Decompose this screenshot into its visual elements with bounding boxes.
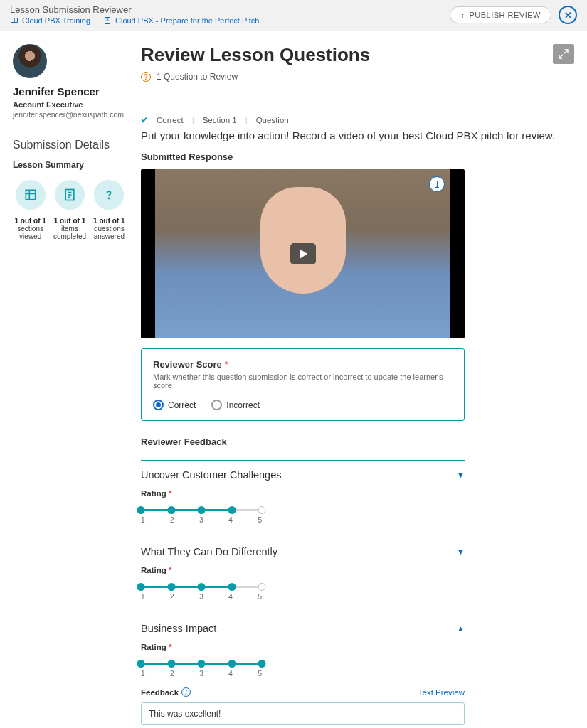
submitted-response-heading: Submitted Response: [141, 151, 574, 162]
required-marker: *: [224, 359, 228, 370]
stat-questions: 1 out of 1 questions answered: [92, 180, 127, 240]
chevron-up-icon: ▲: [457, 624, 465, 633]
rating-dot[interactable]: [228, 583, 236, 591]
rating-dot[interactable]: [228, 660, 236, 668]
stat-sections: 1 out of 1 sections viewed: [13, 180, 48, 240]
learner-email: jennifer.spencer@nexuspath.com: [13, 110, 127, 119]
tick-label: 1: [141, 516, 145, 524]
divider: [141, 102, 574, 102]
close-icon: ✕: [564, 10, 572, 21]
svg-rect-1: [26, 190, 35, 199]
rating-dot[interactable]: [137, 583, 145, 591]
feedback-section-header[interactable]: Uncover Customer Challenges▼: [141, 469, 465, 481]
stat-label: questions: [92, 225, 127, 232]
stat-value: 1 out of 1: [92, 217, 127, 225]
tick-label: 2: [170, 516, 174, 524]
stat-label: viewed: [13, 232, 48, 240]
radio-label: Incorrect: [226, 400, 260, 410]
score-title: Reviewer Score: [153, 359, 222, 370]
rating-dot[interactable]: [198, 660, 206, 668]
section-title: Uncover Customer Challenges: [141, 469, 281, 481]
score-description: Mark whether this question submission is…: [153, 373, 453, 390]
expand-button[interactable]: [553, 44, 574, 64]
close-button[interactable]: ✕: [559, 6, 577, 24]
rating-dot[interactable]: [258, 583, 266, 591]
rating-dot[interactable]: [137, 660, 145, 668]
feedback-label: Feedback i: [141, 687, 191, 697]
document-icon: [103, 16, 112, 25]
publish-label: PUBLISH REVIEW: [469, 11, 541, 19]
tag-correct: Correct: [157, 116, 184, 124]
tick-label: 5: [258, 516, 262, 524]
items-icon: [63, 188, 77, 202]
question-prompt: Put your knowledge into action! Record a…: [141, 129, 574, 141]
tick-label: 3: [199, 516, 203, 524]
tag-question: Question: [256, 116, 289, 124]
info-icon[interactable]: i: [181, 687, 191, 697]
book-icon: [10, 16, 18, 25]
download-button[interactable]: ⤓: [429, 176, 445, 192]
stats-row: 1 out of 1 sections viewed 1 out of 1 it…: [13, 180, 127, 240]
learner-name: Jennifer Spencer: [13, 85, 127, 97]
breadcrumb-course[interactable]: Cloud PBX Training: [10, 16, 90, 25]
stat-label: sections: [13, 225, 48, 232]
rating-block: Rating *12345: [141, 489, 465, 524]
tick-label: 3: [199, 670, 203, 678]
section-divider: [141, 614, 465, 614]
rating-slider[interactable]: [141, 660, 262, 667]
feedback-section-header[interactable]: What They Can Do Differently▼: [141, 546, 465, 557]
stat-value: 1 out of 1: [52, 217, 87, 225]
text-preview-link[interactable]: Text Preview: [418, 688, 465, 697]
radio-correct[interactable]: Correct: [153, 400, 196, 410]
rating-dot[interactable]: [167, 506, 175, 514]
section-title: What They Can Do Differently: [141, 546, 277, 557]
page-title: Review Lesson Questions: [141, 44, 370, 66]
tick-label: 5: [258, 670, 262, 678]
rating-dot[interactable]: [198, 583, 206, 591]
breadcrumb: Cloud PBX Training Cloud PBX - Prepare f…: [10, 16, 259, 25]
learner-role: Account Executive: [13, 100, 127, 109]
reviewer-score-box: Reviewer Score * Mark whether this quest…: [141, 348, 465, 421]
rating-dot[interactable]: [167, 583, 175, 591]
chevron-down-icon: ▼: [457, 547, 465, 556]
stat-label: completed: [52, 232, 87, 240]
sidebar: Jennifer Spencer Account Executive jenni…: [13, 44, 127, 725]
chevron-down-icon: ▼: [457, 471, 465, 479]
rating-dot[interactable]: [167, 660, 175, 668]
question-mark-icon: ?: [141, 72, 151, 82]
feedback-section-header[interactable]: Business Impact▲: [141, 623, 465, 634]
review-count-label: 1 Question to Review: [157, 72, 238, 82]
feedback-row: Feedback i Text Preview: [141, 687, 465, 697]
section-divider: [141, 537, 465, 537]
tick-label: 5: [258, 593, 262, 601]
publish-review-button[interactable]: ↑ PUBLISH REVIEW: [450, 6, 551, 23]
feedback-textarea[interactable]: This was excellent!: [141, 702, 465, 725]
stat-value: 1 out of 1: [13, 217, 48, 225]
submission-details-heading: Submission Details: [13, 139, 127, 151]
tick-label: 1: [141, 593, 145, 601]
breadcrumb-lesson[interactable]: Cloud PBX - Prepare for the Perfect Pitc…: [103, 16, 259, 25]
radio-incorrect[interactable]: Incorrect: [211, 400, 260, 410]
rating-slider[interactable]: [141, 583, 262, 590]
rating-label: Rating *: [141, 566, 465, 574]
rating-ticks: 12345: [141, 670, 262, 678]
video-player[interactable]: ⤓: [141, 169, 465, 338]
questions-to-review: ? 1 Question to Review: [141, 72, 370, 82]
breadcrumb-lesson-label: Cloud PBX - Prepare for the Perfect Pitc…: [115, 16, 259, 25]
play-button[interactable]: [290, 243, 316, 264]
rating-dot[interactable]: [258, 506, 266, 514]
rating-dot[interactable]: [258, 660, 266, 668]
rating-dot[interactable]: [137, 506, 145, 514]
rating-ticks: 12345: [141, 516, 262, 524]
tick-label: 2: [170, 593, 174, 601]
radio-icon: [211, 400, 222, 410]
questions-icon: [102, 188, 116, 202]
rating-dot[interactable]: [228, 506, 236, 514]
radio-label: Correct: [168, 400, 196, 410]
tick-label: 4: [228, 670, 233, 678]
rating-slider[interactable]: [141, 506, 262, 513]
expand-icon: [557, 48, 570, 60]
rating-dot[interactable]: [198, 506, 206, 514]
lesson-summary-heading: Lesson Summary: [13, 160, 127, 170]
tick-label: 2: [170, 670, 174, 678]
